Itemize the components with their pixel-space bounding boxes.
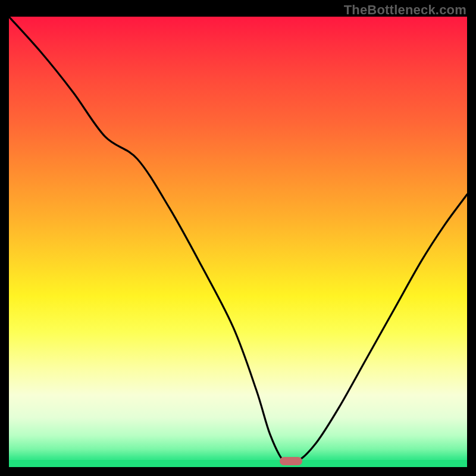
chart-frame: TheBottleneck.com <box>0 0 476 476</box>
watermark-text: TheBottleneck.com <box>344 2 466 18</box>
bottleneck-curve-svg <box>9 17 467 467</box>
bottleneck-curve-path <box>9 17 467 464</box>
plot-area <box>9 17 467 467</box>
bottleneck-marker <box>280 457 302 465</box>
